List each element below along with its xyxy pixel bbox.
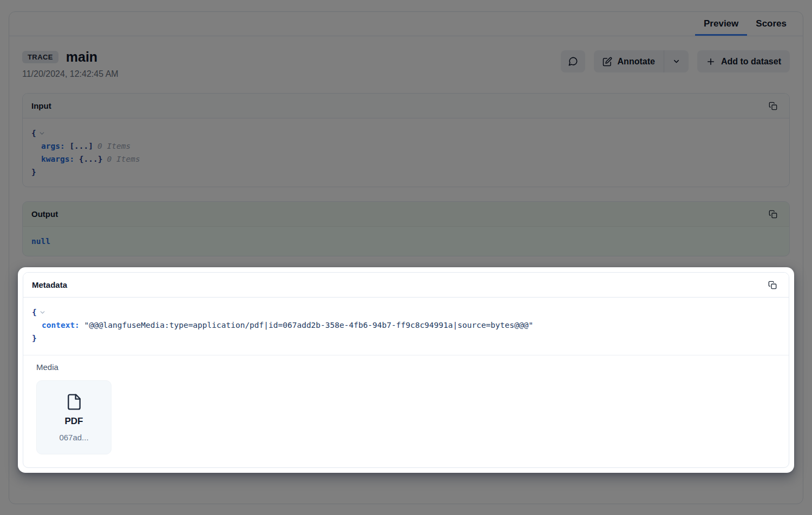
output-null-value: null [31, 235, 50, 248]
media-section-label: Media [36, 362, 776, 372]
file-icon [66, 393, 83, 411]
media-section: Media PDF 067ad... [23, 355, 789, 467]
json-close-brace: } [31, 166, 36, 179]
tab-preview-label: Preview [704, 18, 738, 29]
trace-actions: Annotate Add to dataset [561, 49, 790, 72]
annotate-label: Annotate [618, 57, 655, 67]
json-open-brace: { [31, 127, 36, 140]
output-json-viewer: null [23, 227, 789, 256]
tab-scores-label: Scores [756, 18, 787, 29]
annotate-split-button: Annotate [594, 50, 689, 72]
trace-header-left: TRACE main 11/20/2024, 12:42:45 AM [22, 49, 119, 79]
copy-icon [768, 281, 777, 289]
metadata-json-viewer: { context: "@@@langfuseMedia:type=applic… [23, 298, 789, 345]
media-file-id: 067ad... [59, 433, 88, 442]
trace-detail-container: Preview Scores TRACE main 11/20/2024, 12… [9, 11, 803, 504]
trace-title: main [66, 49, 97, 65]
input-json-viewer: { args: [...] 0 Items kwargs: {...} 0 It… [23, 118, 789, 187]
annotate-dropdown-button[interactable] [664, 50, 689, 72]
input-panel-header: Input [23, 94, 789, 118]
copy-input-button[interactable] [765, 98, 781, 114]
copy-output-button[interactable] [765, 207, 781, 222]
copy-metadata-button[interactable] [765, 278, 780, 293]
tab-bar: Preview Scores [9, 12, 803, 36]
output-panel: Output null [22, 201, 790, 256]
trace-timestamp: 11/20/2024, 12:42:45 AM [22, 69, 119, 79]
add-to-dataset-label: Add to dataset [721, 57, 781, 67]
json-close-brace: } [32, 332, 37, 345]
metadata-panel: Metadata { context: "@@@langfuseMedia:ty… [23, 272, 789, 468]
add-to-dataset-button[interactable]: Add to dataset [697, 50, 790, 72]
json-value: {...} [79, 153, 103, 166]
trace-content: TRACE main 11/20/2024, 12:42:45 AM Annot… [9, 36, 803, 486]
comment-button[interactable] [561, 50, 585, 72]
chevron-down-icon [672, 57, 680, 65]
json-value: [...] [69, 140, 93, 153]
media-file-type: PDF [65, 416, 83, 427]
json-open-brace: { [32, 306, 37, 319]
collapse-toggle-icon[interactable] [38, 130, 45, 137]
comment-icon [568, 56, 578, 67]
tab-preview[interactable]: Preview [695, 12, 747, 36]
input-panel: Input { args: [...] 0 Items kwargs: [22, 93, 790, 187]
collapse-toggle-icon[interactable] [39, 309, 46, 316]
metadata-panel-title: Metadata [32, 280, 67, 289]
input-panel-title: Input [31, 101, 51, 110]
json-key: context: [42, 319, 80, 332]
json-key: kwargs: [41, 153, 74, 166]
metadata-panel-header: Metadata [23, 273, 789, 298]
copy-icon [769, 102, 777, 110]
json-key: args: [41, 140, 65, 153]
plus-icon [706, 57, 716, 67]
media-file-card[interactable]: PDF 067ad... [36, 380, 112, 454]
annotate-button[interactable]: Annotate [594, 50, 664, 72]
json-string-value: "@@@langfuseMedia:type=application/pdf|i… [84, 319, 533, 332]
tab-scores[interactable]: Scores [747, 12, 795, 36]
output-panel-title: Output [31, 209, 58, 219]
json-item-count: 0 Items [97, 140, 130, 153]
copy-icon [769, 210, 777, 219]
trace-type-badge: TRACE [22, 51, 58, 63]
trace-header: TRACE main 11/20/2024, 12:42:45 AM Annot… [22, 49, 790, 79]
annotate-pen-icon [603, 57, 612, 67]
metadata-spotlight: Metadata { context: "@@@langfuseMedia:ty… [18, 267, 794, 473]
json-item-count: 0 Items [107, 153, 140, 166]
output-panel-header: Output [23, 202, 789, 227]
